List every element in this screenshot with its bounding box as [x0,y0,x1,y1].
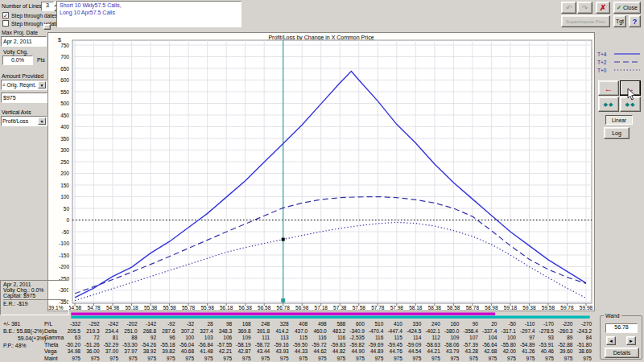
wand-input[interactable]: 56.78 [605,323,638,333]
help-button[interactable]: ? [629,15,641,27]
y-axis-tick-label: 650 [47,66,69,72]
volty-chg-label: Volty Chg. [3,49,28,55]
y-axis-tick-label: -200 [47,264,69,269]
y-axis-tick-label: 750 [47,43,69,48]
help-icon: ? [633,18,638,26]
strategy-textbox[interactable]: Short 10 Wkly57.5 Calls, Long 10 Apr57.5… [56,1,242,27]
checkbox-icon[interactable]: ✓ [2,12,9,19]
y-axis-tick-label: 300 [47,147,69,153]
linear-button[interactable]: Linear [605,115,633,125]
graphic-analysis-window: Number of Lines 3 ▲ ▼ ✓ Step through dat… [0,0,644,362]
volty-chg-input[interactable]: 0.0% [2,56,33,65]
superimpose-prev-button[interactable]: Superimpose Prev [561,15,610,27]
chevron-down-icon[interactable]: ▼ [38,117,46,125]
x-axis-tick-label: 58.78 [462,305,483,311]
x-axis-tick-label: 59.58 [538,305,559,311]
amount-provided-select[interactable]: = Orig. Reqmt. ▼ [1,80,47,90]
vertical-axis-label: Vertical Axis [2,109,31,115]
y-axis-tick-label: -100 [47,241,69,246]
table-cell: 84 [569,335,592,340]
legend-item: T+4 [597,50,641,58]
scroll-left-icon: ◄ [609,339,613,343]
y-axis-tick-label: 150 [47,183,69,188]
table-row-label: Theta [44,342,58,348]
wand-scroll-left-button[interactable]: ◄ [606,336,616,345]
breakeven-low: B.E.: 55.88(-2%) [3,328,43,334]
details-button[interactable]: Details [605,348,639,358]
details-button-label: Details [613,350,630,356]
table-cell: -51.80 [569,342,592,348]
table-cell: 38.69 [569,348,592,354]
legend-label: T+2 [597,60,613,65]
step-right-button[interactable]: → [620,80,641,96]
x-axis-tick-label: 57.18 [311,305,332,311]
status-date: Apr 2, 2011 [3,282,66,287]
x-axis-tick-label: 58.98 [481,305,502,311]
vertical-axis-value: Profit/Loss [2,118,28,124]
probability-of-profit: P.P.: 48% [3,343,26,348]
target-button[interactable]: Tgt [613,15,626,27]
scroll-right-icon: ► [629,339,634,343]
y-axis-tick-label: 600 [47,77,69,83]
checkbox-step-dates[interactable]: ✓ Step through dates [2,12,57,19]
log-button[interactable]: Log [604,127,630,139]
step-left-button[interactable]: ← [598,80,619,96]
vertical-axis-select[interactable]: Profit/Loss ▼ [1,116,47,126]
table-cell: -270 [569,321,592,327]
x-axis-tick-label: 56.18 [216,305,237,311]
amount-provided-label: Amount Provided [2,73,43,79]
plot-area[interactable] [72,40,592,303]
x-axis-tick-label: 56.78 [273,305,294,311]
chart-title: Profit/Loss by Change in X Common Price [47,35,595,40]
x-axis-tick-label: 59.98 [576,305,597,311]
wand-scroll-right-button[interactable]: ► [626,336,636,345]
x-axis-tick-label: 54.78 [84,305,105,311]
y-axis-tick-label: 700 [47,54,69,60]
y-axis-tick-label: 450 [47,113,69,118]
nav-forward-button[interactable]: ↷ [577,2,592,14]
strategy-line: Short 10 Wkly57.5 Calls, [60,2,238,10]
x-axis-tick-label: 59.78 [556,305,577,311]
y-axis-tick-label: 250 [47,159,69,165]
teal-diamonds-icon: ◆◆ [604,101,614,108]
chevron-down-icon[interactable]: ▼ [38,81,46,88]
x-axis-tick-label: 58.58 [443,305,464,311]
y-axis-tick-label: 550 [47,89,69,95]
y-axis-tick-label: 0 [47,217,69,223]
y-axis-tick-label: 100 [47,194,69,200]
pts-label: Pts [37,57,45,63]
table-row-label: Maint [44,356,58,361]
checkbox-label: Step through dates [11,13,57,19]
double-step-left-button[interactable]: ◆◆ [598,97,619,112]
amount-input[interactable]: $975 [1,93,47,103]
delete-button[interactable]: ✗ [596,2,610,14]
legend-item: T+2 [597,58,641,66]
red-right-arrow-icon: → [626,84,635,93]
status-capital: Capital: $975 [3,293,66,298]
linear-button-label: Linear [612,117,626,123]
x-axis-tick-label: 59.18 [500,305,521,311]
legend-label: T+0 [597,68,613,73]
legend-line-sample [613,68,641,72]
close-button[interactable]: ✓ Close [613,2,641,14]
strategy-line: Long 10 Apr57.5 Calls [60,10,238,17]
legend-label: T+4 [597,51,613,57]
checkbox-icon[interactable] [2,20,9,27]
max-proj-date-input[interactable]: Apr 2, 2011 [1,36,47,47]
nav-back-button[interactable]: ↶ [561,2,576,14]
y-axis-tick-label: 400 [47,124,69,130]
x-axis-tick-label: 55.78 [178,305,199,311]
more-button[interactable]: … [43,24,51,30]
x-axis-tick-label: 57.58 [349,305,369,311]
wand-group-label: Wand [604,313,621,319]
number-of-lines-input[interactable]: 3 [41,2,54,11]
number-of-lines-label: Number of Lines [2,3,42,9]
nav-forward-icon: ↷ [582,4,588,12]
amount-provided-value: = Orig. Reqmt. [2,82,36,88]
double-step-right-button[interactable]: ◆◆ [620,97,641,112]
x-axis-tick-label: 59.38 [518,305,539,311]
table-row-label: Delta [44,328,57,334]
x-axis-tick-label: 58.38 [424,305,445,311]
y-axis-tick-label: 200 [47,171,69,176]
legend-item: T+0 [597,66,641,74]
